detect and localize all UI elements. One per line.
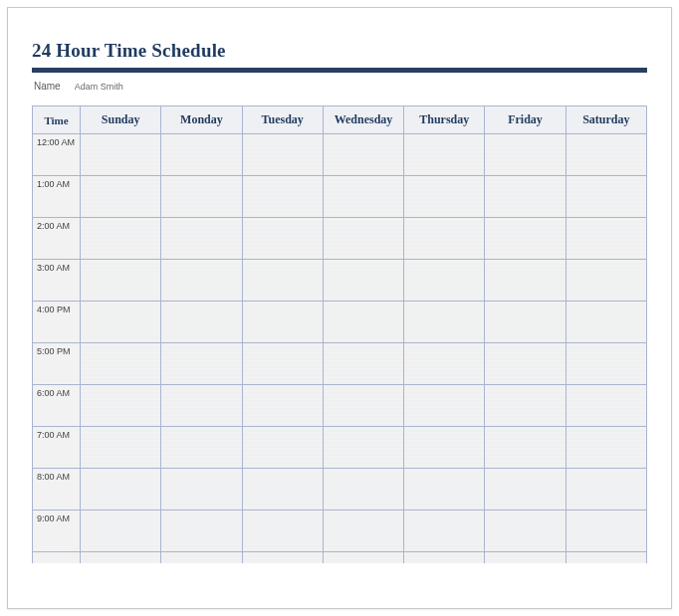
- slot-cell[interactable]: [81, 343, 161, 385]
- slot-cell[interactable]: [161, 343, 242, 385]
- slot-cell[interactable]: [566, 134, 646, 176]
- document-page: 24 Hour Time Schedule Name Adam Smith Ti…: [7, 7, 672, 609]
- table-row: 12:00 AM: [33, 134, 647, 176]
- slot-cell[interactable]: [242, 552, 323, 564]
- slot-cell[interactable]: [404, 552, 485, 564]
- slot-cell[interactable]: [161, 552, 242, 564]
- slot-cell[interactable]: [404, 134, 485, 176]
- time-cell: 6:00 AM: [33, 385, 81, 427]
- slot-cell[interactable]: [323, 176, 403, 218]
- slot-cell[interactable]: [323, 469, 403, 511]
- slot-cell[interactable]: [485, 552, 566, 564]
- slot-cell[interactable]: [323, 260, 403, 302]
- slot-cell[interactable]: [323, 552, 403, 564]
- slot-cell[interactable]: [566, 385, 646, 427]
- slot-cell[interactable]: [242, 427, 323, 469]
- slot-cell[interactable]: [161, 176, 242, 218]
- slot-cell[interactable]: [566, 469, 646, 511]
- slot-cell[interactable]: [323, 385, 403, 427]
- slot-cell[interactable]: [404, 302, 485, 343]
- slot-cell[interactable]: [161, 134, 242, 176]
- header-friday: Friday: [485, 106, 566, 134]
- slot-cell[interactable]: [242, 385, 323, 427]
- slot-cell[interactable]: [485, 176, 566, 218]
- slot-cell[interactable]: [81, 552, 161, 564]
- slot-cell[interactable]: [81, 260, 161, 302]
- slot-cell[interactable]: [242, 302, 323, 343]
- slot-cell[interactable]: [81, 218, 161, 260]
- title-divider: [32, 68, 647, 73]
- slot-cell[interactable]: [81, 511, 161, 552]
- slot-cell[interactable]: [404, 427, 485, 469]
- slot-cell[interactable]: [566, 176, 646, 218]
- slot-cell[interactable]: [161, 511, 242, 552]
- slot-cell[interactable]: [242, 511, 323, 552]
- time-cell: 7:00 AM: [33, 427, 81, 469]
- table-row: 6:00 AM: [33, 385, 647, 427]
- slot-cell[interactable]: [485, 385, 566, 427]
- slot-cell[interactable]: [81, 385, 161, 427]
- slot-cell[interactable]: [566, 552, 646, 564]
- slot-cell[interactable]: [161, 427, 242, 469]
- header-saturday: Saturday: [566, 106, 646, 134]
- slot-cell[interactable]: [161, 302, 242, 343]
- meta-row: Name Adam Smith: [32, 81, 647, 92]
- time-cell: 8:00 AM: [33, 469, 81, 511]
- slot-cell[interactable]: [242, 343, 323, 385]
- slot-cell[interactable]: [566, 302, 646, 343]
- slot-cell[interactable]: [242, 469, 323, 511]
- slot-cell[interactable]: [404, 218, 485, 260]
- slot-cell[interactable]: [81, 427, 161, 469]
- time-cell: 9:00 AM: [33, 511, 81, 552]
- slot-cell[interactable]: [161, 260, 242, 302]
- slot-cell[interactable]: [242, 134, 323, 176]
- slot-cell[interactable]: [161, 385, 242, 427]
- schedule-body: 12:00 AM 1:00 AM 2:00 AM 3:00 AM 4:00 PM: [33, 134, 647, 564]
- name-value: Adam Smith: [75, 82, 123, 92]
- slot-cell[interactable]: [242, 218, 323, 260]
- slot-cell[interactable]: [566, 218, 646, 260]
- time-cell: 1:00 AM: [33, 176, 81, 218]
- slot-cell[interactable]: [323, 134, 403, 176]
- slot-cell[interactable]: [404, 343, 485, 385]
- slot-cell[interactable]: [485, 511, 566, 552]
- slot-cell[interactable]: [566, 511, 646, 552]
- slot-cell[interactable]: [81, 469, 161, 511]
- table-row: 2:00 AM: [33, 218, 647, 260]
- slot-cell[interactable]: [566, 427, 646, 469]
- slot-cell[interactable]: [323, 302, 403, 343]
- slot-cell[interactable]: [81, 134, 161, 176]
- slot-cell[interactable]: [485, 427, 566, 469]
- slot-cell[interactable]: [485, 260, 566, 302]
- time-cell: 3:00 AM: [33, 260, 81, 302]
- slot-cell[interactable]: [404, 260, 485, 302]
- slot-cell[interactable]: [566, 260, 646, 302]
- slot-cell[interactable]: [323, 427, 403, 469]
- slot-cell[interactable]: [485, 134, 566, 176]
- slot-cell[interactable]: [323, 218, 403, 260]
- slot-cell[interactable]: [485, 343, 566, 385]
- time-cell: 2:00 AM: [33, 218, 81, 260]
- table-row: 1:00 AM: [33, 176, 647, 218]
- slot-cell[interactable]: [485, 469, 566, 511]
- slot-cell[interactable]: [566, 343, 646, 385]
- slot-cell[interactable]: [404, 511, 485, 552]
- slot-cell[interactable]: [323, 343, 403, 385]
- slot-cell[interactable]: [404, 385, 485, 427]
- slot-cell[interactable]: [485, 302, 566, 343]
- schedule-container: Time Sunday Monday Tuesday Wednesday Thu…: [32, 105, 647, 563]
- slot-cell[interactable]: [81, 302, 161, 343]
- slot-cell[interactable]: [404, 176, 485, 218]
- slot-cell[interactable]: [242, 176, 323, 218]
- slot-cell[interactable]: [161, 469, 242, 511]
- table-row: [33, 552, 647, 564]
- slot-cell[interactable]: [161, 218, 242, 260]
- table-row: 9:00 AM: [33, 511, 647, 552]
- table-row: 8:00 AM: [33, 469, 647, 511]
- slot-cell[interactable]: [81, 176, 161, 218]
- slot-cell[interactable]: [242, 260, 323, 302]
- time-cell: 4:00 PM: [33, 302, 81, 343]
- slot-cell[interactable]: [485, 218, 566, 260]
- slot-cell[interactable]: [323, 511, 403, 552]
- slot-cell[interactable]: [404, 469, 485, 511]
